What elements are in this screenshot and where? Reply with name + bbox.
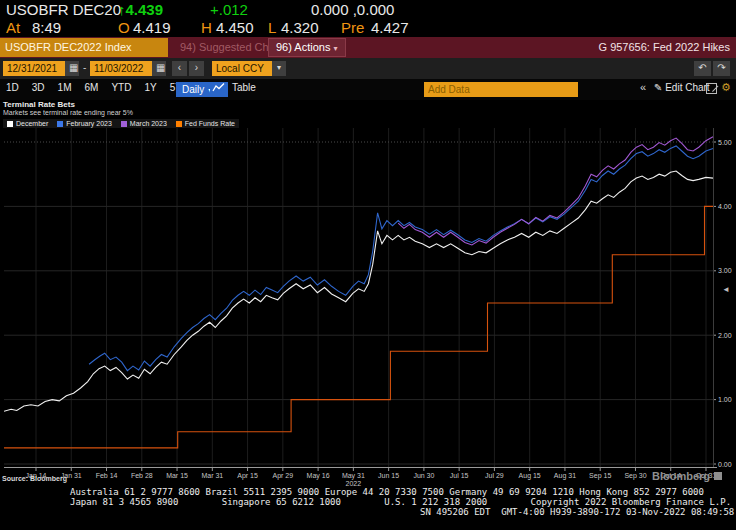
- x-axis-label: Feb 14: [96, 472, 118, 479]
- chart-id-label: G 957656: Fed 2022 Hikes: [599, 38, 730, 57]
- table-button[interactable]: Table: [232, 82, 256, 93]
- chart-toolbar: 1D3D1M6MYTD1Y5YMax Daily ▼ Table « ✎ Edi…: [0, 79, 736, 100]
- period-tab-ytd[interactable]: YTD: [111, 82, 131, 93]
- quote-low-label: L: [268, 19, 276, 36]
- quote-prev-label: Pre: [341, 19, 364, 36]
- gear-icon[interactable]: ⚙: [721, 81, 731, 94]
- edit-chart-button[interactable]: ✎ Edit Chart: [654, 82, 710, 93]
- currency-select[interactable]: Local CCY: [212, 61, 272, 76]
- x-axis-label: Jun 15: [378, 472, 399, 479]
- x-axis-label: Jul 29: [485, 472, 504, 479]
- x-axis-label: Aug 15: [519, 472, 541, 480]
- x-axis-label: Sep 30: [624, 472, 646, 480]
- x-axis-year-label: 2022: [346, 480, 362, 487]
- x-axis-label: Feb 28: [131, 472, 153, 479]
- quote-at-label: At: [6, 19, 20, 36]
- quote-prev-value: 4.427: [371, 19, 409, 36]
- period-tab-6m[interactable]: 6M: [85, 82, 99, 93]
- calendar-icon[interactable]: ▦: [65, 61, 79, 76]
- quote-high-value: 4.450: [216, 19, 254, 36]
- next-period-button[interactable]: ›: [189, 61, 204, 76]
- series-line-march-2023: [398, 137, 713, 245]
- add-data-input[interactable]: [424, 82, 578, 97]
- quote-bar: USOBFR DEC20 ↑4.439 +.012 0.000 ,0.000 A…: [0, 0, 736, 37]
- currency-dropdown-button[interactable]: ▾: [272, 61, 286, 76]
- y-axis-label: 0.00: [718, 461, 732, 468]
- bloomberg-logo-icon: [714, 472, 722, 480]
- plot-area: Jan 14Jan 31Feb 14Feb 28Mar 15Mar 31Apr …: [4, 122, 732, 488]
- redo-button[interactable]: ↷: [713, 61, 730, 76]
- quote-at-value: 8:49: [32, 19, 61, 36]
- quote-low-value: 4.320: [281, 19, 319, 36]
- undo-button[interactable]: ↶: [694, 61, 711, 76]
- quote-high-label: H: [201, 19, 212, 36]
- quote-ticker: USOBFR DEC20: [6, 1, 121, 18]
- x-axis-label: Sep 15: [589, 472, 611, 480]
- y-axis-label: 4.00: [718, 203, 732, 210]
- x-axis-label: Apr 29: [273, 472, 294, 480]
- quote-open-value: 4.419: [133, 19, 171, 36]
- panel-collapse-arrow[interactable]: ◄: [722, 286, 730, 294]
- chevron-down-icon: ▾: [333, 44, 337, 53]
- up-arrow-icon: ↑: [118, 1, 126, 18]
- footer-session-info: SN 495206 EDT GMT-4:00 H939-3890-172 03-…: [420, 507, 734, 517]
- period-tab-1y[interactable]: 1Y: [144, 82, 156, 93]
- x-axis-label: Mar 15: [166, 472, 188, 479]
- series-line-february-2023: [89, 146, 713, 371]
- y-axis-label: 3.00: [718, 267, 732, 274]
- collapse-toolbar-icon[interactable]: «: [640, 81, 646, 93]
- source-label: Source: Bloomberg: [2, 475, 67, 482]
- x-axis-label: Mar 31: [201, 472, 223, 479]
- x-axis-label: May 31: [342, 472, 365, 480]
- line-chart-icon: [212, 82, 225, 93]
- quote-open-label: O: [118, 19, 130, 36]
- quote-bid-ask: 0.000 ,0.000: [311, 1, 394, 18]
- chart-type-button[interactable]: [210, 82, 228, 97]
- x-axis-label: Apr 15: [237, 472, 258, 480]
- x-axis-label: Jun 30: [413, 472, 434, 479]
- x-axis-label: Aug 31: [554, 472, 576, 480]
- chart-title: Terminal Rate Bets: [3, 100, 75, 109]
- quote-last-price: ↑4.439: [118, 1, 163, 18]
- calendar-icon[interactable]: ▦: [152, 61, 166, 76]
- range-dash: -: [83, 62, 86, 73]
- range-bar: 12/31/2021 ▦ - 11/03/2022 ▦ ‹ › Local CC…: [0, 58, 736, 79]
- footer-contacts-line1: Australia 61 2 9777 8600 Brazil 5511 239…: [70, 487, 704, 497]
- pencil-icon: ✎: [654, 82, 662, 93]
- period-tab-3d[interactable]: 3D: [32, 82, 45, 93]
- footer-contacts-line2: Japan 81 3 4565 8900 Singapore 65 6212 1…: [70, 497, 731, 507]
- x-axis-label: May 16: [307, 472, 330, 480]
- function-title-bar: USOBFR DEC2022 Index 94) Suggested Chart…: [0, 37, 736, 58]
- x-axis-label: Jul 15: [450, 472, 469, 479]
- y-axis-label: 5.00: [718, 139, 732, 146]
- y-axis-label: 2.00: [718, 332, 732, 339]
- quote-change: +.012: [210, 1, 248, 18]
- prev-period-button[interactable]: ‹: [172, 61, 187, 76]
- bloomberg-watermark: Bloomberg: [652, 470, 722, 482]
- annotate-icon[interactable]: [706, 83, 717, 94]
- actions-menu-button[interactable]: 96) Actions ▾: [268, 38, 346, 57]
- period-tab-1d[interactable]: 1D: [6, 82, 19, 93]
- bloomberg-terminal-window: USOBFR DEC20 ↑4.439 +.012 0.000 ,0.000 A…: [0, 0, 736, 530]
- y-axis-label: 1.00: [718, 396, 732, 403]
- security-field[interactable]: USOBFR DEC2022 Index: [0, 38, 168, 57]
- start-date-input[interactable]: 12/31/2021: [3, 61, 65, 76]
- chart-subtitle: Markets see terminal rate ending near 5%: [3, 109, 133, 116]
- period-tab-1m[interactable]: 1M: [58, 82, 72, 93]
- series-line-fed-funds-rate: [4, 206, 713, 448]
- end-date-input[interactable]: 11/03/2022: [90, 61, 152, 76]
- series-line-december: [4, 171, 713, 411]
